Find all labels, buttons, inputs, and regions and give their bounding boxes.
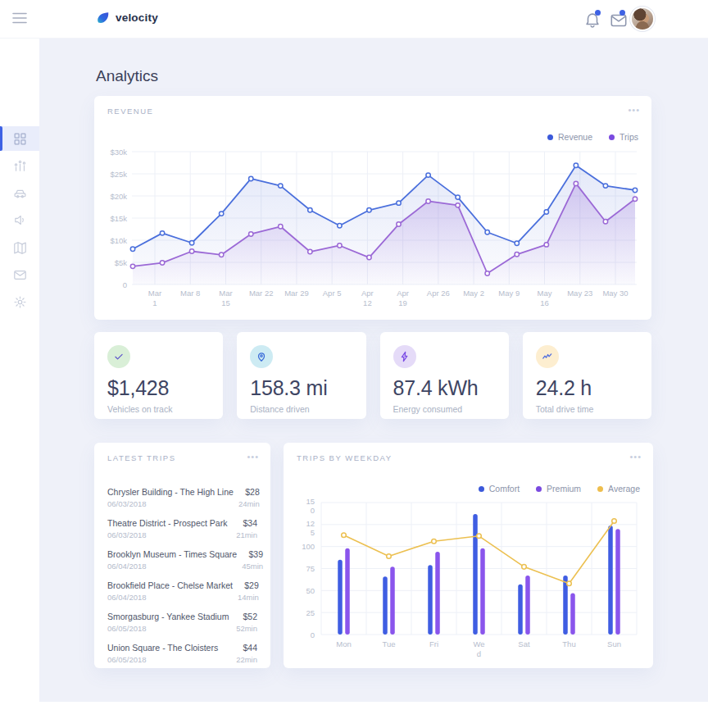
trip-row[interactable]: Smorgasburg - Yankee Stadium06/05/2018$5… bbox=[107, 612, 257, 633]
stats-icon bbox=[13, 159, 27, 173]
svg-text:100: 100 bbox=[302, 542, 315, 551]
trip-price: $52 bbox=[236, 612, 257, 621]
weekday-chart: 1501251007550250MonTueFriWedSatThuSun bbox=[297, 489, 640, 662]
revenue-legend: RevenueTrips bbox=[547, 132, 638, 142]
svg-text:Sun: Sun bbox=[607, 639, 621, 648]
svg-text:We: We bbox=[473, 639, 484, 648]
stat-card-1: $1,428Vehicles on track bbox=[94, 332, 223, 419]
trip-duration: 22min bbox=[236, 655, 257, 664]
svg-text:0: 0 bbox=[123, 280, 127, 289]
legend-label: Revenue bbox=[558, 132, 592, 142]
app-window: velocity Analytics REVENUE ••• RevenueTr… bbox=[0, 0, 708, 728]
svg-text:May 30: May 30 bbox=[602, 289, 628, 298]
trip-duration: 45min bbox=[242, 562, 263, 571]
more-icon[interactable]: ••• bbox=[628, 107, 640, 113]
svg-text:12: 12 bbox=[306, 519, 315, 528]
sidebar-item-mail[interactable] bbox=[0, 262, 39, 287]
legend-item-revenue[interactable]: Revenue bbox=[547, 132, 592, 142]
svg-text:$5k: $5k bbox=[115, 258, 128, 267]
stat-value: 24.2 h bbox=[536, 376, 638, 400]
more-icon[interactable]: ••• bbox=[629, 453, 642, 460]
svg-text:0: 0 bbox=[311, 506, 315, 515]
trip-price: $29 bbox=[238, 580, 259, 590]
svg-text:May 9: May 9 bbox=[498, 289, 520, 298]
stat-icon-circle bbox=[536, 345, 559, 368]
legend-label: Trips bbox=[620, 132, 638, 142]
svg-text:Apr 5: Apr 5 bbox=[323, 289, 342, 298]
svg-text:5: 5 bbox=[311, 528, 315, 537]
trip-row[interactable]: Chrysler Building - The High Line06/03/2… bbox=[107, 487, 257, 508]
svg-text:0: 0 bbox=[311, 630, 315, 639]
svg-text:Apr: Apr bbox=[397, 289, 409, 298]
svg-text:$15k: $15k bbox=[110, 214, 127, 223]
legend-dot bbox=[547, 134, 553, 140]
stat-icon-circle bbox=[107, 345, 130, 368]
svg-text:15: 15 bbox=[221, 298, 230, 307]
svg-text:Mar 22: Mar 22 bbox=[249, 289, 274, 298]
stat-value: $1,428 bbox=[107, 376, 210, 400]
sidebar-item-map[interactable] bbox=[0, 235, 39, 260]
trip-price: $39 bbox=[242, 549, 263, 559]
svg-text:$30k: $30k bbox=[110, 148, 127, 157]
trip-route: Theatre District - Prospect Park bbox=[107, 518, 227, 528]
car-icon bbox=[13, 186, 27, 200]
svg-text:16: 16 bbox=[540, 298, 549, 307]
revenue-card: REVENUE ••• RevenueTrips $30k$25k$20k$15… bbox=[94, 96, 651, 320]
brand-logo[interactable]: velocity bbox=[96, 11, 158, 25]
svg-text:Mar 8: Mar 8 bbox=[180, 289, 200, 298]
trip-row[interactable]: Brookfield Place - Chelse Market06/04/20… bbox=[107, 580, 257, 602]
speaker-icon bbox=[13, 213, 27, 227]
trip-date: 06/03/2018 bbox=[107, 530, 227, 539]
svg-text:$20k: $20k bbox=[110, 192, 127, 201]
svg-text:15: 15 bbox=[306, 497, 315, 506]
check-icon bbox=[113, 351, 125, 362]
legend-item-trips[interactable]: Trips bbox=[609, 132, 638, 142]
sidebar bbox=[0, 38, 39, 702]
svg-text:Mar 29: Mar 29 bbox=[284, 289, 309, 298]
sidebar-item-gear[interactable] bbox=[0, 289, 39, 314]
trip-route: Brookfield Place - Chelse Market bbox=[107, 580, 233, 590]
sidebar-item-grid[interactable] bbox=[0, 126, 39, 151]
stat-label: Total drive time bbox=[536, 404, 638, 414]
svg-text:$25k: $25k bbox=[110, 170, 127, 179]
sidebar-item-speaker[interactable] bbox=[0, 207, 39, 232]
latest-trips-card: LATEST TRIPS ••• Chrysler Building - The… bbox=[94, 443, 270, 668]
svg-text:50: 50 bbox=[306, 586, 315, 595]
trip-row[interactable]: Brooklyn Museum - Times Square06/04/2018… bbox=[107, 549, 257, 571]
menu-icon[interactable] bbox=[12, 12, 27, 24]
trip-date: 06/05/2018 bbox=[107, 624, 229, 633]
trip-route: Union Square - The Cloisters bbox=[107, 643, 218, 653]
avatar[interactable] bbox=[632, 8, 653, 30]
trip-row[interactable]: Theatre District - Prospect Park06/03/20… bbox=[107, 518, 257, 539]
svg-text:Apr 26: Apr 26 bbox=[427, 289, 450, 298]
trip-date: 06/05/2018 bbox=[107, 655, 218, 664]
svg-text:May 2: May 2 bbox=[463, 289, 484, 298]
svg-text:Apr: Apr bbox=[361, 289, 374, 298]
svg-text:Sat: Sat bbox=[518, 639, 530, 648]
card-title: REVENUE bbox=[107, 107, 153, 116]
mail-icon[interactable] bbox=[610, 11, 628, 30]
grid-icon bbox=[13, 132, 27, 146]
sidebar-item-car[interactable] bbox=[0, 180, 39, 205]
svg-text:1: 1 bbox=[152, 298, 157, 307]
svg-text:Fri: Fri bbox=[429, 639, 438, 648]
stat-card-2: 158.3 miDistance driven bbox=[237, 332, 365, 419]
stat-label: Distance driven bbox=[250, 404, 352, 414]
brand-name: velocity bbox=[116, 11, 158, 24]
svg-text:19: 19 bbox=[398, 298, 407, 307]
gear-icon bbox=[13, 295, 27, 309]
location-pin-icon bbox=[256, 351, 267, 362]
trip-row[interactable]: Union Square - The Cloisters06/05/2018$4… bbox=[107, 643, 257, 664]
svg-text:$10k: $10k bbox=[110, 236, 127, 245]
bell-badge bbox=[595, 10, 601, 16]
stat-label: Vehicles on track bbox=[107, 404, 210, 414]
more-icon[interactable]: ••• bbox=[247, 453, 259, 460]
stat-icon-circle bbox=[393, 345, 416, 368]
trend-icon bbox=[542, 351, 553, 362]
trip-price: $44 bbox=[236, 643, 257, 653]
revenue-chart: $30k$25k$20k$15k$10k$5k0Mar1Mar 8Mar15Ma… bbox=[107, 143, 638, 314]
trip-route: Chrysler Building - The High Line bbox=[107, 487, 234, 497]
svg-text:May: May bbox=[538, 289, 552, 298]
sidebar-item-stats[interactable] bbox=[0, 153, 39, 178]
svg-text:Mar: Mar bbox=[148, 289, 161, 298]
